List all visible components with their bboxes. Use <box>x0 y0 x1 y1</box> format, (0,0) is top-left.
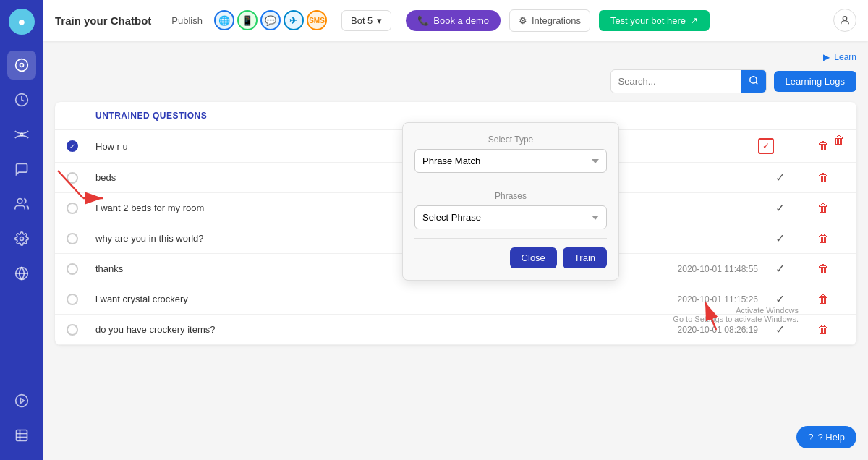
help-icon: ? <box>808 432 813 443</box>
svg-point-5 <box>20 237 24 241</box>
sidebar-bottom <box>7 385 36 451</box>
publish-label: Publish <box>171 15 203 26</box>
popup-train-button[interactable]: Train <box>563 247 607 268</box>
row-checkbox[interactable] <box>67 263 78 275</box>
learning-logs-button[interactable]: Learning Logs <box>774 71 856 92</box>
row-date: 2020-10-01 11:15:26 <box>613 294 758 304</box>
row-approve-button[interactable]: ✓ <box>758 171 801 184</box>
row-approve-button[interactable]: ✓ <box>758 292 801 306</box>
toolbar: Learning Logs <box>55 69 856 93</box>
row-approve-button[interactable]: ✓ <box>758 231 801 245</box>
sidebar: ● <box>0 0 43 460</box>
test-bot-button[interactable]: Test your bot here ↗ <box>599 10 710 31</box>
svg-rect-10 <box>17 430 27 441</box>
help-button[interactable]: ? ? Help <box>796 426 856 448</box>
confirm-checkbox[interactable]: ✓ <box>758 138 774 154</box>
row-question-text: i want crystal crockery <box>95 294 613 304</box>
header-title: Train your Chatbot <box>55 14 151 27</box>
svg-point-4 <box>17 199 22 204</box>
publish-telegram-icon[interactable]: ✈ <box>284 10 304 30</box>
svg-point-14 <box>843 17 846 20</box>
book-demo-button[interactable]: 📞 Book a demo <box>406 10 501 31</box>
svg-point-3 <box>20 133 22 135</box>
svg-point-15 <box>749 77 756 83</box>
external-link-icon: ↗ <box>690 15 698 26</box>
bot-selector-label: Bot 5 <box>351 15 373 26</box>
learn-bar: ▶ Learn <box>55 52 856 62</box>
bot-selector-chevron: ▾ <box>377 15 382 26</box>
svg-line-16 <box>755 82 757 85</box>
section-header-label: UNTRAINED QUESTIONS <box>95 111 613 121</box>
bot-selector[interactable]: Bot 5 ▾ <box>341 10 391 31</box>
publish-web-icon[interactable]: 🌐 <box>214 10 234 30</box>
sidebar-logo[interactable]: ● <box>9 9 35 35</box>
table-row: i want crystal crockery 2020-10-01 11:15… <box>55 284 856 315</box>
play-icon: ▶ <box>823 52 830 62</box>
row-date: 2020-10-01 08:26:19 <box>613 325 758 335</box>
training-popup: Select Type Phrase Match Exact Match Reg… <box>402 122 619 281</box>
row-checkbox[interactable]: ✓ <box>67 140 78 152</box>
search-input[interactable] <box>611 72 741 91</box>
main-header: Train your Chatbot Publish 🌐 📱 💬 ✈ SMS B… <box>43 0 868 41</box>
svg-point-1 <box>20 64 24 67</box>
publish-icons: 🌐 📱 💬 ✈ SMS <box>214 10 327 30</box>
row-date: 2020-10-01 11:48:55 <box>613 264 758 274</box>
publish-whatsapp-icon[interactable]: 📱 <box>237 10 258 30</box>
row-approve-button[interactable]: ✓ <box>758 201 801 215</box>
sidebar-item-broadcast[interactable] <box>7 120 36 149</box>
publish-sms-icon[interactable]: SMS <box>307 10 327 30</box>
sidebar-item-settings[interactable] <box>7 224 36 253</box>
integrations-button[interactable]: ⚙ Integrations <box>509 9 590 32</box>
svg-point-8 <box>16 395 28 407</box>
row-checkbox[interactable] <box>67 203 78 214</box>
phrases-label: Phrases <box>414 191 607 201</box>
sidebar-item-website[interactable] <box>7 259 36 288</box>
sidebar-item-chatbot[interactable] <box>7 51 36 80</box>
search-wrap <box>610 69 767 93</box>
row-delete-button[interactable]: 🗑 <box>801 202 845 215</box>
row-approve-button[interactable]: ✓ <box>758 323 801 336</box>
main-content: ▶ Learn Learning Logs 🗑 UNTRAINED QUESTI… <box>43 41 868 460</box>
popup-buttons: Close Train <box>414 247 607 268</box>
phrase-select[interactable]: Select Phrase <box>414 205 607 229</box>
popup-close-button[interactable]: Close <box>510 247 557 268</box>
phone-icon: 📞 <box>417 15 429 26</box>
svg-point-0 <box>16 59 28 72</box>
search-button[interactable] <box>741 70 766 93</box>
row-delete-button[interactable]: 🗑 <box>801 293 845 306</box>
row-checkbox[interactable] <box>67 233 78 244</box>
row-delete-button[interactable]: 🗑 <box>801 323 845 336</box>
row-delete-button[interactable]: 🗑 <box>801 232 845 245</box>
sidebar-item-users[interactable] <box>7 189 36 218</box>
sidebar-item-chat[interactable] <box>7 155 36 184</box>
bulk-delete-icon[interactable]: 🗑 <box>833 134 845 146</box>
publish-messenger-icon[interactable]: 💬 <box>260 10 281 30</box>
row-checkbox[interactable] <box>67 294 78 305</box>
questions-table: 🗑 UNTRAINED QUESTIONS ✓ How r u ✓ 🗑 <box>55 102 856 345</box>
sidebar-item-docs[interactable] <box>7 421 36 450</box>
row-delete-button[interactable]: 🗑 <box>801 171 845 184</box>
row-checkbox[interactable] <box>67 324 78 336</box>
sidebar-item-history[interactable] <box>7 85 36 114</box>
row-delete-button[interactable]: 🗑 <box>801 263 845 276</box>
svg-marker-9 <box>20 399 24 404</box>
row-approve-button[interactable]: ✓ <box>758 262 801 276</box>
table-row: do you have crockery items? 2020-10-01 0… <box>55 315 856 345</box>
learn-button[interactable]: ▶ Learn <box>823 52 856 62</box>
select-type-label: Select Type <box>414 135 607 145</box>
phrase-type-select[interactable]: Phrase Match Exact Match Regex Match <box>414 149 607 173</box>
row-checkbox[interactable] <box>67 172 78 184</box>
gear-icon: ⚙ <box>519 15 527 26</box>
user-profile-button[interactable] <box>833 9 856 32</box>
row-question-text: do you have crockery items? <box>95 324 613 335</box>
sidebar-item-video[interactable] <box>7 386 36 415</box>
